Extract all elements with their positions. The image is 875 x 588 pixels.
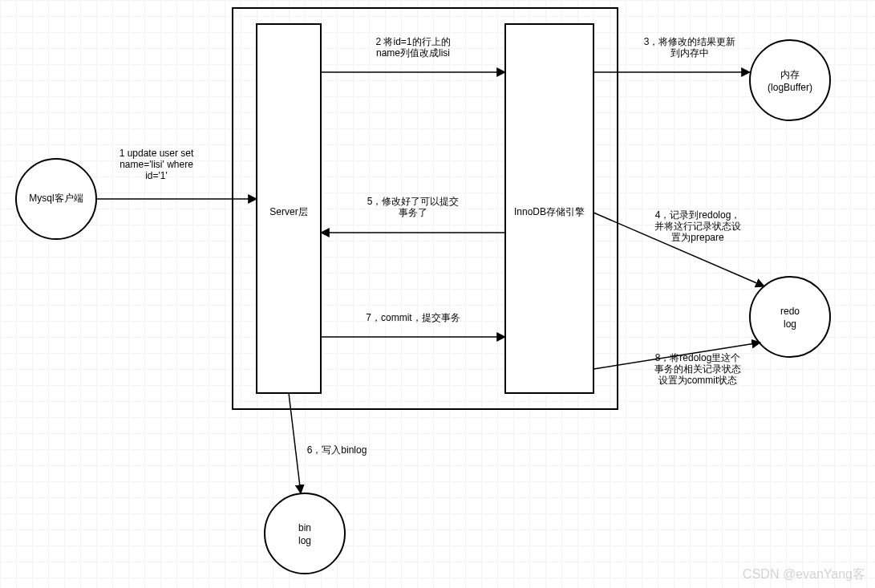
svg-text:并将这行记录状态设: 并将这行记录状态设 bbox=[654, 221, 741, 232]
svg-text:name列值改成lisi: name列值改成lisi bbox=[376, 47, 450, 59]
svg-text:事务的相关记录状态: 事务的相关记录状态 bbox=[654, 363, 741, 375]
binlog-label-1: bin bbox=[298, 522, 311, 533]
arrow-6: 6，写入binlog bbox=[289, 393, 367, 493]
svg-text:4，记录到redolog，: 4，记录到redolog， bbox=[655, 209, 741, 221]
arrow-5: 5，修改好了可以提交 事务了 bbox=[321, 196, 505, 233]
binlog-label-2: log bbox=[298, 535, 311, 546]
svg-text:事务了: 事务了 bbox=[399, 207, 427, 218]
memory-label-2: (logBuffer) bbox=[768, 82, 812, 93]
innodb-label: InnoDB存储引擎 bbox=[514, 206, 585, 217]
svg-line-23 bbox=[289, 393, 301, 493]
svg-text:8，将redolog里这个: 8，将redolog里这个 bbox=[655, 352, 741, 363]
arrow-4: 4，记录到redolog， 并将这行记录状态设 置为prepare bbox=[593, 209, 764, 286]
binlog-node: bin log bbox=[265, 493, 345, 574]
server-box: Server层 bbox=[257, 24, 321, 393]
arrow-8: 8，将redolog里这个 事务的相关记录状态 设置为commit状态 bbox=[593, 343, 760, 386]
arrow-7: 7，commit，提交事务 bbox=[321, 312, 505, 337]
redolog-label-2: log bbox=[784, 318, 796, 330]
svg-text:3，将修改的结果更新: 3，将修改的结果更新 bbox=[644, 36, 736, 47]
svg-text:7，commit，提交事务: 7，commit，提交事务 bbox=[366, 312, 460, 323]
svg-text:name='lisi' where: name='lisi' where bbox=[120, 159, 193, 170]
watermark: CSDN @evanYang客 bbox=[743, 566, 865, 583]
memory-label-1: 内存 bbox=[780, 69, 800, 80]
svg-text:到内存中: 到内存中 bbox=[670, 47, 709, 59]
svg-text:1 update user set: 1 update user set bbox=[120, 148, 194, 159]
svg-text:2 将id=1的行上的: 2 将id=1的行上的 bbox=[375, 36, 450, 47]
arrow-2: 2 将id=1的行上的 name列值改成lisi bbox=[321, 36, 505, 72]
svg-text:设置为commit状态: 设置为commit状态 bbox=[658, 375, 738, 386]
server-label: Server层 bbox=[269, 206, 307, 217]
innodb-box: InnoDB存储引擎 bbox=[505, 24, 593, 393]
svg-text:id='1': id='1' bbox=[145, 170, 168, 181]
redolog-label-1: redo bbox=[780, 306, 800, 317]
svg-text:置为prepare: 置为prepare bbox=[671, 232, 724, 243]
svg-text:6，写入binlog: 6，写入binlog bbox=[307, 444, 367, 456]
client-node: Mysql客户端 bbox=[16, 159, 96, 239]
client-label: Mysql客户端 bbox=[29, 193, 83, 204]
redolog-node: redo log bbox=[750, 277, 830, 357]
memory-node: 内存 (logBuffer) bbox=[750, 40, 830, 120]
diagram-svg: Server层 InnoDB存储引擎 Mysql客户端 内存 (logBuffe… bbox=[0, 0, 875, 588]
svg-text:5，修改好了可以提交: 5，修改好了可以提交 bbox=[367, 196, 460, 207]
